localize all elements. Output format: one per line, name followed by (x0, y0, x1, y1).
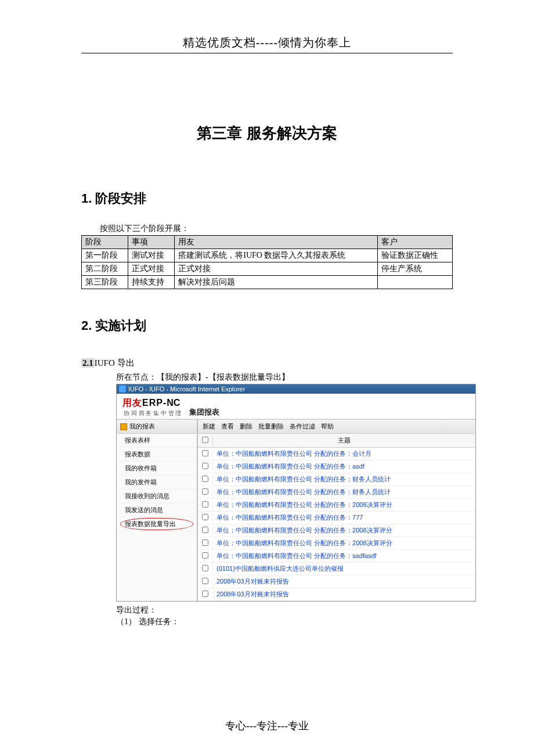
row-subject-link[interactable]: 单位：中国船舶燃料有限责任公司 分配的任务：2008决算评分 (213, 524, 475, 537)
grid-header: 主题 (198, 434, 475, 448)
grid-row: 单位：中国船舶燃料有限责任公司 分配的任务：财务人员统计 (198, 486, 475, 499)
table-header: 客户 (378, 236, 453, 249)
table-cell: 第三阶段 (82, 276, 128, 289)
toolbar-button[interactable]: 帮助 (321, 422, 334, 431)
header-rule (81, 53, 453, 53)
row-checkbox-cell[interactable] (198, 589, 213, 600)
window-title: IUFO - IUFO - Microsoft Internet Explore… (128, 386, 245, 393)
grid-row: 2008年03月对账未符报告 (198, 575, 475, 588)
sidebar-item[interactable]: 我的发件箱 (117, 476, 197, 489)
export-process-label: 导出过程： (116, 605, 453, 615)
row-checkbox-cell[interactable] (198, 487, 213, 498)
row-checkbox-cell[interactable] (198, 448, 213, 459)
table-header: 阶段 (82, 236, 128, 249)
row-checkbox[interactable] (202, 527, 208, 533)
doc-header: 精选优质文档-----倾情为你奉上 (81, 35, 453, 51)
table-cell (378, 276, 453, 289)
row-checkbox[interactable] (202, 450, 208, 456)
sidebar-item[interactable]: 报表数据批量导出 (117, 517, 197, 531)
table-cell: 搭建测试系统，将IUFO 数据导入久其报表系统 (175, 249, 378, 262)
export-step-1: （1） 选择任务： (116, 617, 453, 627)
row-checkbox-cell[interactable] (198, 576, 213, 587)
table-row: 第一阶段测试对接搭建测试系统，将IUFO 数据导入久其报表系统验证数据正确性 (82, 249, 453, 262)
row-checkbox[interactable] (202, 591, 208, 597)
row-checkbox-cell[interactable] (198, 474, 213, 485)
section2-title: 2. 实施计划 (81, 317, 453, 334)
sidebar-item[interactable]: 我发送的消息 (117, 503, 197, 517)
row-subject-link[interactable]: 单位：中国船舶燃料有限责任公司 分配的任务：财务人员统计 (213, 486, 475, 498)
logo-product: 集团报表 (189, 407, 219, 417)
sidebar-item[interactable]: 我接收到的消息 (117, 489, 197, 503)
toolbar-button[interactable]: 批量删除 (258, 422, 284, 431)
subhead-number: 2.1 (81, 358, 95, 368)
table-cell: 测试对接 (128, 249, 175, 262)
row-checkbox-cell[interactable] (198, 461, 213, 472)
ie-icon (119, 386, 126, 393)
row-checkbox[interactable] (202, 488, 208, 495)
row-checkbox-cell[interactable] (198, 538, 213, 549)
table-cell: 正式对接 (175, 262, 378, 276)
toolbar-button[interactable]: 新建 (203, 422, 215, 431)
row-checkbox[interactable] (202, 552, 208, 559)
row-subject-link[interactable]: 单位：中国船舶燃料有限责任公司 分配的任务：2008决算评分 (213, 499, 475, 511)
logo-nc: NC (167, 398, 180, 408)
sidebar-item[interactable]: 报表表样 (117, 434, 197, 448)
sidebar: 我的报表 报表表样报表数据我的收件箱我的发件箱我接收到的消息我发送的消息报表数据… (117, 419, 198, 601)
grid-row: 单位：中国船舶燃料有限责任公司 分配的任务：财务人员统计 (198, 473, 475, 486)
table-cell: 第二阶段 (82, 262, 128, 276)
row-checkbox[interactable] (202, 463, 208, 469)
row-subject-link[interactable]: 单位：中国船舶燃料有限责任公司 分配的任务：会计月 (213, 448, 475, 460)
row-checkbox[interactable] (202, 476, 208, 482)
row-checkbox-cell[interactable] (198, 563, 213, 574)
grid-row: (0101)中国船舶燃料供应大连公司单位的催报 (198, 563, 475, 575)
row-subject-link[interactable]: 单位：中国船舶燃料有限责任公司 分配的任务：777 (213, 512, 475, 524)
sidebar-item[interactable]: 报表数据 (117, 448, 197, 462)
chapter-title: 第三章 服务解决方案 (81, 123, 453, 143)
toolbar-button[interactable]: 删除 (240, 422, 252, 431)
sidebar-item[interactable]: 我的收件箱 (117, 462, 197, 476)
grid-row: 单位：中国船舶燃料有限责任公司 分配的任务：会计月 (198, 448, 475, 460)
sidebar-header[interactable]: 我的报表 (117, 419, 197, 434)
grid-row: 单位：中国船舶燃料有限责任公司 分配的任务：sadfasdf (198, 550, 475, 563)
toolbar-button[interactable]: 条件过滤 (290, 422, 315, 431)
table-cell: 验证数据正确性 (378, 249, 453, 262)
logo-erp: ERP- (142, 398, 167, 408)
table-cell: 持续支持 (128, 276, 175, 289)
doc-footer: 专心---专注---专业 (0, 719, 534, 733)
subhead-text: IUFO 导出 (95, 358, 135, 368)
sidebar-header-label: 我的报表 (129, 422, 155, 431)
row-checkbox[interactable] (202, 565, 208, 571)
row-checkbox-cell[interactable] (198, 512, 213, 523)
row-checkbox[interactable] (202, 539, 208, 546)
logo-subtitle: 协 同 商 务 集 中 管 理 (124, 409, 181, 417)
row-subject-link[interactable]: 单位：中国船舶燃料有限责任公司 分配的任务：sadfasdf (213, 550, 475, 562)
section2-subhead: 2.1IUFO 导出 (81, 358, 453, 369)
table-header: 事项 (128, 236, 175, 249)
folder-icon (120, 423, 127, 430)
table-cell: 第一阶段 (82, 249, 128, 262)
row-subject-link[interactable]: 单位：中国船舶燃料有限责任公司 分配的任务：asdf (213, 460, 475, 473)
row-checkbox[interactable] (202, 501, 208, 507)
row-subject-link[interactable]: 单位：中国船舶燃料有限责任公司 分配的任务：2008决算评分 (213, 537, 475, 549)
row-checkbox[interactable] (202, 578, 208, 584)
row-subject-link[interactable]: 单位：中国船舶燃料有限责任公司 分配的任务：财务人员统计 (213, 473, 475, 485)
table-cell: 正式对接 (128, 262, 175, 276)
toolbar-button[interactable]: 查看 (221, 422, 234, 431)
row-checkbox[interactable] (202, 514, 208, 520)
toolbar: 新建查看删除批量删除条件过滤帮助 (198, 419, 475, 434)
row-checkbox-cell[interactable] (198, 550, 213, 561)
row-subject-link[interactable]: (0101)中国船舶燃料供应大连公司单位的催报 (213, 563, 475, 575)
app-logo-bar: 用友ERP-NC 协 同 商 务 集 中 管 理 集团报表 (117, 394, 475, 419)
row-checkbox-cell[interactable] (198, 525, 213, 536)
grid-row: 单位：中国船舶燃料有限责任公司 分配的任务：2008决算评分 (198, 537, 475, 550)
table-row: 第二阶段正式对接正式对接停生产系统 (82, 262, 453, 276)
row-subject-link[interactable]: 2008年03月对账未符报告 (213, 588, 475, 600)
select-all-cell[interactable] (198, 434, 213, 447)
grid-row: 2008年03月对账未符报告 (198, 588, 475, 601)
table-cell: 解决对接后问题 (175, 276, 378, 289)
select-all-checkbox[interactable] (202, 437, 208, 443)
row-checkbox-cell[interactable] (198, 499, 213, 510)
phase-table: 阶段事项用友客户 第一阶段测试对接搭建测试系统，将IUFO 数据导入久其报表系统… (81, 235, 453, 289)
row-subject-link[interactable]: 2008年03月对账未符报告 (213, 575, 475, 588)
table-row: 第三阶段持续支持解决对接后问题 (82, 276, 453, 289)
